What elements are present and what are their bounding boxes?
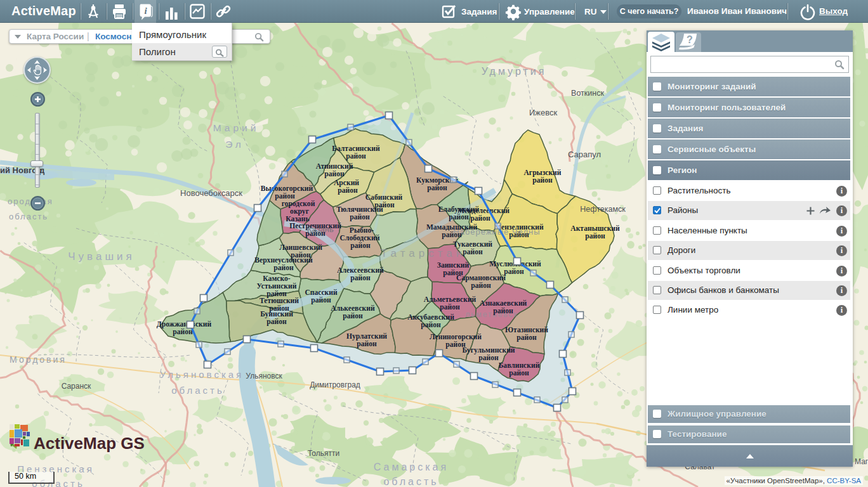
svg-text:Магн: Магн	[855, 457, 868, 466]
svg-text:район: район	[305, 230, 326, 238]
svg-text:область: область	[171, 385, 225, 396]
svg-text:район: район	[442, 231, 462, 239]
svg-text:район: район	[350, 213, 370, 221]
svg-text:район: район	[343, 312, 363, 320]
svg-text:Татарстан: Татарстан	[381, 247, 466, 259]
svg-text:Нефтекамск: Нефтекамск	[580, 205, 626, 214]
svg-text:район: район	[532, 176, 553, 185]
svg-text:район: район	[516, 334, 537, 342]
svg-text:Ульяновская: Ульяновская	[160, 369, 244, 380]
svg-text:район: район	[350, 242, 371, 250]
svg-text:Самарская: Самарская	[374, 462, 449, 472]
svg-text:Чувашия: Чувашия	[68, 250, 135, 263]
svg-text:Тольятти: Тольятти	[308, 449, 339, 458]
svg-text:район: район	[291, 251, 311, 259]
svg-text:район: район	[471, 282, 491, 290]
svg-text:Мордовия: Мордовия	[10, 354, 67, 365]
svg-text:район: район	[440, 303, 460, 311]
svg-text:Ижевск: Ижевск	[529, 108, 558, 117]
svg-text:Удмуртия: Удмуртия	[482, 66, 547, 77]
svg-text:область: область	[383, 476, 438, 487]
svg-text:район: район	[338, 186, 358, 195]
svg-text:Марий: Марий	[213, 122, 260, 133]
svg-text:район: район	[509, 369, 529, 377]
svg-text:?: ?	[687, 34, 693, 45]
svg-text:район: район	[311, 296, 331, 304]
svg-text:район: район	[357, 340, 377, 348]
svg-text:район: район	[504, 268, 524, 276]
svg-text:район: район	[463, 248, 483, 256]
svg-text:Новочебоксарск: Новочебоксарск	[180, 188, 242, 198]
svg-text:район: район	[470, 214, 490, 223]
svg-text:район: район	[509, 231, 529, 239]
svg-text:Димитровград: Димитровград	[310, 380, 360, 389]
svg-text:Сарапул: Сарапул	[568, 150, 601, 159]
svg-text:район: район	[478, 354, 499, 362]
svg-text:Ульяновск: Ульяновск	[246, 372, 282, 380]
svg-text:район: район	[173, 328, 193, 336]
svg-text:район: район	[346, 152, 366, 160]
svg-text:район: район	[427, 184, 447, 192]
svg-text:Эл: Эл	[225, 139, 244, 150]
svg-text:район: район	[585, 232, 605, 240]
svg-text:Саранск: Саранск	[62, 382, 91, 391]
svg-text:область: область	[9, 212, 48, 221]
svg-text:район: район	[266, 318, 287, 326]
svg-text:д: д	[39, 166, 45, 175]
svg-text:район: район	[273, 264, 294, 272]
svg-text:район: район	[493, 307, 513, 315]
svg-text:район: район	[421, 321, 441, 329]
svg-text:район: район	[350, 274, 371, 282]
svg-text:район: район	[324, 170, 345, 178]
svg-text:Воткинск: Воткинск	[571, 89, 604, 98]
